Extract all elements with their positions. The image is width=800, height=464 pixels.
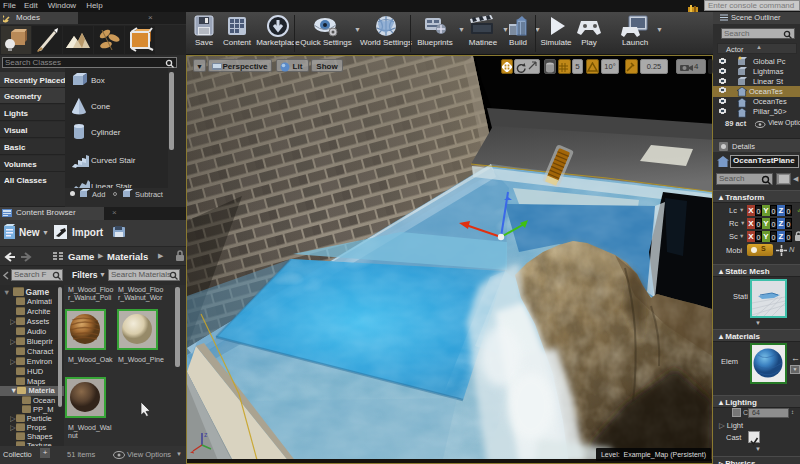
svg-text:z: z [204, 431, 208, 438]
